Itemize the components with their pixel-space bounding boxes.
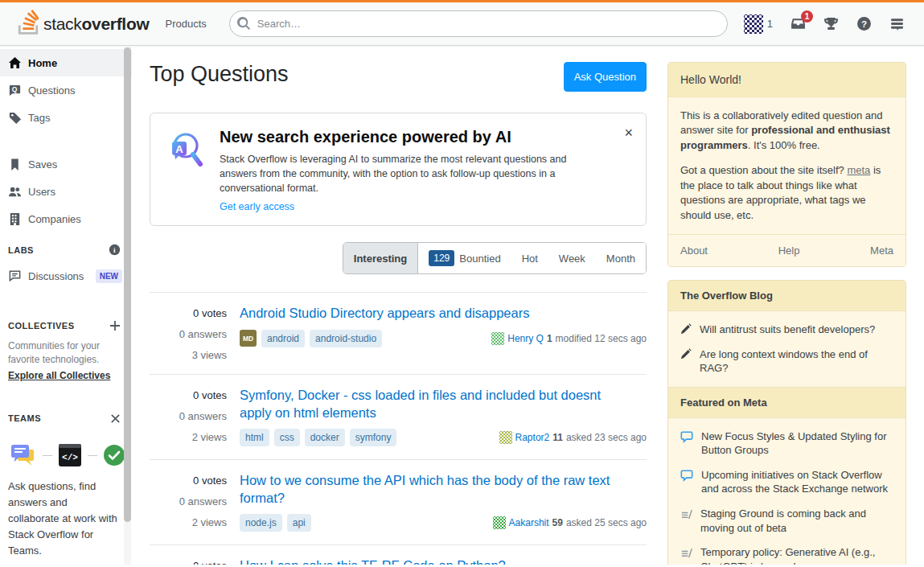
tag-link[interactable]: api bbox=[287, 514, 311, 532]
featured-meta-item[interactable]: Staging Ground is coming back and moving… bbox=[680, 507, 893, 535]
new-badge: NEW bbox=[96, 269, 122, 283]
about-link[interactable]: About bbox=[680, 244, 708, 257]
sidebar-item-home[interactable]: Home bbox=[0, 49, 132, 76]
blog-item[interactable]: Are long context windows the end of RAG? bbox=[680, 347, 893, 376]
sidebar-item-companies[interactable]: Companies bbox=[0, 205, 132, 232]
top-navigation-bar: stackoverflow Products 1 1 ? bbox=[0, 0, 924, 46]
left-sidebar: Home Q Questions Tags Saves Users Compan… bbox=[0, 46, 132, 565]
hello-paragraph-1: This is a collaboratively edited questio… bbox=[680, 109, 893, 153]
question-list: 0 votes 0 answers 3 views Android Studio… bbox=[150, 292, 647, 565]
questions-column: Top Questions Ask Question × A New sear bbox=[150, 62, 647, 565]
user-link[interactable]: Aakarshit bbox=[509, 517, 549, 528]
meta-link[interactable]: meta bbox=[847, 164, 870, 176]
tag-link[interactable]: docker bbox=[305, 429, 345, 446]
svg-text:Q: Q bbox=[12, 85, 18, 93]
trophy-icon bbox=[823, 16, 839, 31]
bookmark-icon bbox=[8, 158, 22, 171]
activity-time: asked 23 secs ago bbox=[566, 432, 647, 443]
help-link[interactable]: Help bbox=[778, 244, 800, 257]
widget-title: Hello World! bbox=[668, 63, 906, 97]
svg-text:</>: </> bbox=[62, 453, 78, 462]
tag-link[interactable]: node.js bbox=[240, 514, 282, 532]
stackoverflow-logo[interactable]: stackoverflow bbox=[11, 10, 155, 38]
check-circle-icon bbox=[103, 444, 125, 466]
code-block-icon: </> bbox=[58, 443, 82, 467]
tag-link[interactable]: html bbox=[240, 429, 269, 446]
svg-text:A: A bbox=[175, 143, 183, 155]
hello-world-widget: Hello World! This is a collaboratively e… bbox=[667, 62, 906, 267]
filter-tab-hot[interactable]: Hot bbox=[511, 243, 548, 273]
users-icon bbox=[8, 185, 22, 199]
question-title-link[interactable]: How to we consume the API which has the … bbox=[240, 472, 618, 507]
plus-icon[interactable] bbox=[109, 320, 121, 331]
building-icon bbox=[8, 212, 22, 226]
sidebar-scrollbar-thumb[interactable] bbox=[124, 47, 131, 522]
tag-link[interactable]: android-studio bbox=[310, 330, 382, 347]
widget-title: The Overflow Blog bbox=[668, 281, 906, 311]
teams-illustration: — </> — bbox=[0, 430, 132, 479]
collective-badge[interactable]: MD bbox=[240, 330, 257, 347]
question-row: 0 votes 0 answers 3 views Android Studio… bbox=[150, 292, 647, 374]
profile-button[interactable]: 1 bbox=[744, 14, 773, 34]
user-avatar[interactable] bbox=[491, 332, 504, 345]
question-user-meta: Aakarshit 59 asked 25 secs ago bbox=[485, 516, 647, 529]
teams-description: Ask questions, find answers and collabor… bbox=[0, 479, 132, 567]
ask-question-button[interactable]: Ask Question bbox=[564, 62, 647, 92]
pencil-icon bbox=[680, 323, 692, 335]
right-sidebar: Hello World! This is a collaboratively e… bbox=[667, 62, 906, 565]
sidebar-item-tags[interactable]: Tags bbox=[0, 104, 132, 131]
sidebar-item-saves[interactable]: Saves bbox=[0, 150, 132, 178]
blog-item[interactable]: Will antitrust suits benefit developers? bbox=[680, 323, 893, 337]
tag-link[interactable]: android bbox=[261, 330, 305, 347]
site-switcher-button[interactable] bbox=[889, 16, 905, 31]
get-early-access-link[interactable]: Get early access bbox=[220, 201, 606, 212]
sidebar-item-discussions[interactable]: Discussions NEW bbox=[0, 262, 132, 290]
achievements-button[interactable] bbox=[823, 16, 839, 31]
explore-collectives-link[interactable]: Explore all Collectives bbox=[0, 370, 132, 388]
search-input[interactable] bbox=[229, 10, 728, 37]
sidebar-item-users[interactable]: Users bbox=[0, 178, 132, 205]
banner-title: New search experience powered by AI bbox=[220, 128, 606, 146]
user-link[interactable]: Henry Q bbox=[507, 333, 544, 344]
svg-text:?: ? bbox=[861, 18, 867, 29]
page-title: Top Questions bbox=[150, 62, 289, 87]
user-avatar[interactable] bbox=[499, 431, 512, 444]
featured-meta-item[interactable]: Upcoming initiatives on Stack Overflow a… bbox=[680, 468, 893, 496]
answer-count: 0 answers bbox=[150, 328, 227, 340]
tag-link[interactable]: css bbox=[274, 429, 300, 446]
help-button[interactable]: ? bbox=[856, 16, 872, 31]
filter-tab-week[interactable]: Week bbox=[548, 243, 596, 273]
sidebar-item-questions[interactable]: Q Questions bbox=[0, 76, 132, 104]
filter-tab-bountied[interactable]: 129 Bountied bbox=[418, 243, 511, 273]
filter-tab-interesting[interactable]: Interesting bbox=[343, 243, 418, 273]
products-menu[interactable]: Products bbox=[155, 11, 216, 36]
user-avatar[interactable] bbox=[493, 516, 506, 529]
user-avatar bbox=[744, 14, 763, 34]
question-stats: 0 votes 0 answers 2 views bbox=[150, 472, 240, 532]
featured-meta-item[interactable]: New Focus Styles & Updated Styling for B… bbox=[680, 429, 893, 458]
question-title-link[interactable]: Symfony, Docker - css loaded in files an… bbox=[240, 387, 626, 421]
ai-search-banner: × A New search experience powered by AI … bbox=[150, 113, 647, 226]
search-container bbox=[229, 10, 728, 37]
widget-title: Featured on Meta bbox=[668, 387, 906, 418]
close-icon[interactable] bbox=[110, 413, 121, 424]
featured-meta-item[interactable]: Temporary policy: Generative AI (e.g., C… bbox=[680, 545, 893, 565]
meta-footer-link[interactable]: Meta bbox=[870, 244, 893, 257]
question-title-link[interactable]: How I can solve this TF-RF Code on Pytho… bbox=[240, 557, 647, 565]
comment-icon bbox=[680, 469, 693, 482]
search-icon bbox=[237, 17, 251, 31]
logo-text: stackoverflow bbox=[43, 14, 149, 34]
overflow-blog-widget: The Overflow Blog Will antitrust suits b… bbox=[667, 280, 906, 565]
tag-link[interactable]: symfony bbox=[350, 429, 397, 446]
question-title-link[interactable]: Android Studio Directory appears and dis… bbox=[240, 305, 647, 322]
filter-tab-month[interactable]: Month bbox=[596, 243, 646, 273]
info-icon[interactable]: i bbox=[109, 244, 121, 256]
banner-close-icon[interactable]: × bbox=[624, 125, 633, 142]
user-reputation: 59 bbox=[552, 517, 563, 528]
question-user-meta: Henry Q 1 modified 12 secs ago bbox=[483, 332, 647, 345]
connector-dash: — bbox=[88, 450, 97, 461]
vote-count: 0 votes bbox=[150, 560, 227, 565]
inbox-button[interactable]: 1 bbox=[791, 16, 806, 31]
user-link[interactable]: Raptor2 bbox=[515, 432, 550, 443]
question-row: 0 votes 0 answers 2 views Symfony, Docke… bbox=[150, 374, 647, 459]
